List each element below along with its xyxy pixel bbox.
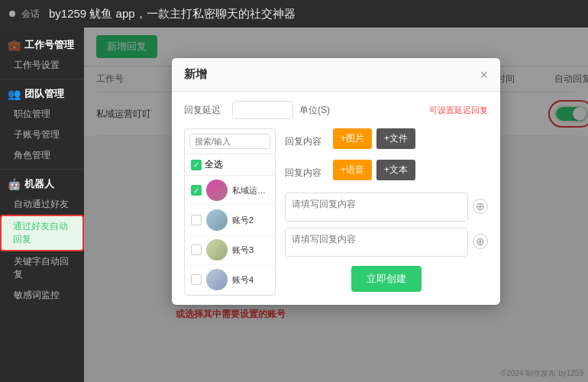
sidebar-section-work-label: 工作号管理 bbox=[24, 38, 74, 52]
create-btn-container: 立即创建 bbox=[285, 263, 488, 292]
sidebar-item-subaccount[interactable]: 子账号管理 bbox=[0, 125, 84, 145]
team-icon: 👥 bbox=[8, 88, 21, 100]
account-item-1[interactable]: 账号2 bbox=[185, 206, 275, 235]
reply-content-row-2: 回复内容 +语音 +文本 bbox=[285, 160, 488, 186]
add-icon-2[interactable]: ⊕ bbox=[473, 234, 488, 249]
account-avatar-1 bbox=[206, 209, 228, 231]
add-voice-button[interactable]: +语音 bbox=[333, 160, 372, 180]
account-avatar-3 bbox=[206, 269, 228, 290]
checkmark-icon: ✓ bbox=[193, 160, 199, 169]
reply-buttons-2: +语音 +文本 bbox=[333, 160, 415, 180]
topbar-dot bbox=[9, 11, 15, 17]
add-image-button[interactable]: +图片 bbox=[333, 128, 372, 149]
create-button[interactable]: 立即创建 bbox=[351, 266, 422, 292]
account-name-2: 账号3 bbox=[232, 244, 269, 256]
account-name-0: 私域运营叮叮 bbox=[232, 185, 269, 196]
sidebar-section-robot: 🤖 机器人 bbox=[0, 173, 84, 194]
modal: 新增 × 回复延迟 单位(S) 可设置延迟回复 bbox=[172, 58, 500, 305]
delay-input[interactable] bbox=[232, 101, 293, 119]
reply-textarea-1[interactable] bbox=[285, 193, 468, 222]
reply-label-1: 回复内容 bbox=[285, 135, 327, 148]
modal-delay-row: 回复延迟 单位(S) 可设置延迟回复 bbox=[184, 101, 488, 119]
account-item-2[interactable]: 账号3 bbox=[185, 235, 275, 265]
textarea-row-2: ⊕ bbox=[285, 228, 488, 257]
reply-content-row-1: 回复内容 +图片 +文件 bbox=[285, 128, 488, 155]
sidebar-item-work-settings[interactable]: 工作号设置 bbox=[0, 55, 84, 76]
account-checkbox-3[interactable] bbox=[191, 274, 202, 285]
modal-content-grid: ✓ 全选 ✓ bbox=[184, 128, 488, 296]
account-item-3[interactable]: 账号4 bbox=[185, 265, 275, 295]
sidebar-item-auto-friend[interactable]: 自动通过好友 bbox=[0, 194, 84, 215]
reply-textarea-2[interactable] bbox=[285, 228, 468, 257]
topbar: 会话 by1259 鱿鱼 app，一款主打私密聊天的社交神器 bbox=[0, 0, 588, 28]
account-select-all[interactable]: ✓ 全选 bbox=[185, 154, 275, 176]
robot-icon: 🤖 bbox=[8, 178, 21, 190]
unit-label: 单位(S) bbox=[299, 104, 330, 117]
modal-body: 回复延迟 单位(S) 可设置延迟回复 bbox=[172, 92, 500, 305]
account-checkbox-0[interactable]: ✓ bbox=[191, 185, 202, 196]
modal-title: 新增 bbox=[184, 67, 207, 82]
account-checkbox-2[interactable] bbox=[191, 244, 202, 255]
sidebar-section-work: 💼 工作号管理 bbox=[0, 34, 84, 55]
select-all-label: 全选 bbox=[205, 158, 223, 171]
modal-close-button[interactable]: × bbox=[480, 68, 488, 82]
modal-overlay: 新增 × 回复延迟 单位(S) 可设置延迟回复 bbox=[84, 28, 588, 382]
delay-label: 回复延迟 bbox=[184, 104, 226, 117]
account-avatar-0 bbox=[206, 180, 228, 201]
add-file-button[interactable]: +文件 bbox=[376, 128, 415, 149]
add-text-button[interactable]: +文本 bbox=[376, 160, 415, 180]
topbar-dot-label: 会话 bbox=[21, 8, 40, 21]
sidebar-section-robot-label: 机器人 bbox=[24, 177, 54, 191]
account-item-0[interactable]: ✓ 私域运营叮叮 bbox=[185, 176, 275, 206]
account-search bbox=[185, 129, 275, 154]
add-icon-1[interactable]: ⊕ bbox=[473, 199, 488, 214]
sidebar: 💼 工作号管理 工作号设置 👥 团队管理 职位管理 子账号管理 角色管理 🤖 机… bbox=[0, 28, 84, 382]
textarea-row-1: ⊕ bbox=[285, 193, 488, 222]
sidebar-item-sensitive[interactable]: 敏感词监控 bbox=[0, 285, 84, 306]
sidebar-item-role[interactable]: 角色管理 bbox=[0, 145, 84, 166]
account-search-input[interactable] bbox=[189, 134, 270, 149]
sidebar-item-keyword[interactable]: 关键字自动回复 bbox=[0, 251, 84, 285]
sidebar-section-team: 👥 团队管理 bbox=[0, 83, 84, 104]
account-panel: ✓ 全选 ✓ bbox=[184, 128, 276, 296]
reply-label-2: 回复内容 bbox=[285, 167, 327, 180]
sidebar-item-position[interactable]: 职位管理 bbox=[0, 104, 84, 125]
main-layout: 💼 工作号管理 工作号设置 👥 团队管理 职位管理 子账号管理 角色管理 🤖 机… bbox=[0, 28, 588, 382]
right-panel: 回复内容 +图片 +文件 回复内容 +语音 bbox=[285, 128, 488, 296]
account-name-3: 账号4 bbox=[232, 274, 269, 286]
modal-header: 新增 × bbox=[172, 58, 500, 92]
account-checkbox-1[interactable] bbox=[191, 215, 202, 225]
account-name-1: 账号2 bbox=[232, 215, 269, 226]
account-avatar-2 bbox=[206, 239, 228, 261]
work-icon: 💼 bbox=[8, 39, 21, 51]
sidebar-item-auto-reply[interactable]: 通过好友自动回复 bbox=[0, 215, 84, 251]
reply-buttons-1: +图片 +文件 bbox=[333, 128, 415, 149]
select-all-checkbox[interactable]: ✓ bbox=[191, 160, 202, 170]
content-area: 新增回复 工作号 回复内容 回复附件 延迟时间 自动回复开关 操作 私域运营叮叮… bbox=[84, 28, 588, 382]
modal-hint: 可设置延迟回复 bbox=[429, 105, 488, 116]
sidebar-section-team-label: 团队管理 bbox=[24, 87, 64, 101]
topbar-title: by1259 鱿鱼 app，一款主打私密聊天的社交神器 bbox=[49, 7, 296, 21]
